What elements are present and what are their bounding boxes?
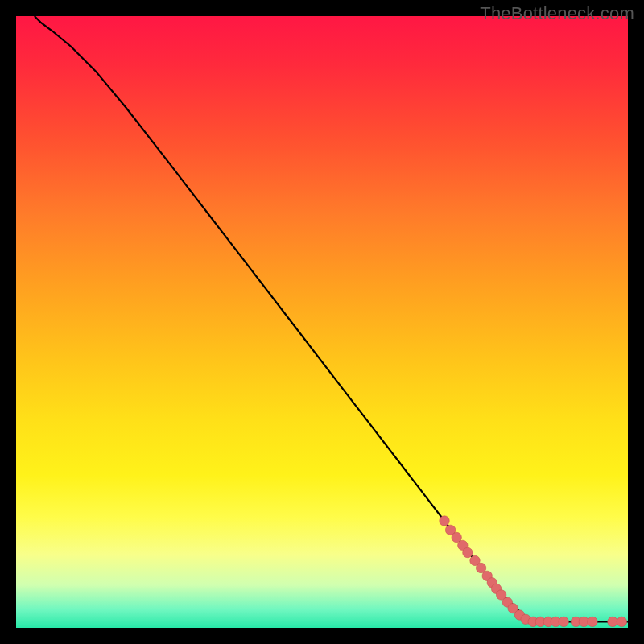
chart-plot-area [16, 16, 628, 628]
chart-data-point [588, 617, 597, 626]
chart-data-point [440, 516, 449, 526]
chart-highlight-dots [440, 516, 627, 627]
chart-data-point [463, 547, 473, 557]
chart-svg-overlay [16, 16, 628, 628]
chart-curve [35, 16, 628, 621]
chart-data-point [617, 617, 626, 626]
watermark-text: TheBottleneck.com [480, 3, 634, 24]
chart-data-point [559, 617, 568, 626]
chart-data-point [608, 617, 617, 626]
